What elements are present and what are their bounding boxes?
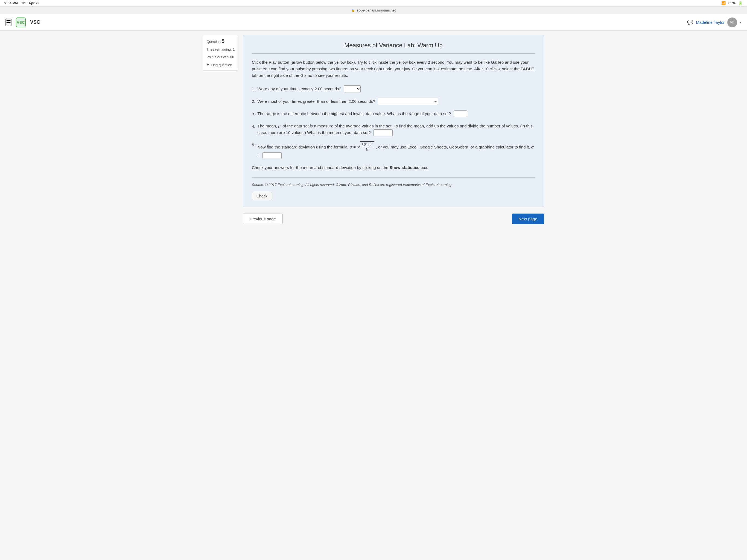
mu-symbol: μ — [278, 124, 280, 128]
sigma-symbol: σ — [350, 145, 352, 149]
q2-text: Were most of your times greater than or … — [258, 99, 376, 104]
battery-icon: 🔋 — [738, 1, 743, 5]
q-content-1: Were any of your times exactly 2.00 seco… — [258, 85, 535, 93]
question-label: Question 5 — [206, 39, 235, 44]
intro-text: Click the Play button (arrow button belo… — [252, 59, 535, 79]
main-layout: Question 5 Tries remaining: 1 Points out… — [199, 31, 548, 558]
flag-label: Flag question — [211, 63, 232, 67]
status-bar: 9:04 PM Thu Apr 23 📶 65% 🔋 — [0, 0, 747, 6]
q2-select[interactable]: Greater than Less than — [378, 98, 438, 105]
list-item: 1. Were any of your times exactly 2.00 s… — [252, 85, 535, 93]
user-name-header: Madeline Taylor — [696, 20, 725, 25]
formula-sqrt: √ Σ(x−μ)² N — [357, 142, 374, 152]
q-number-1: 1. — [252, 85, 255, 92]
lock-icon: 🔒 — [351, 8, 355, 12]
points-label: Points out of 5.00 — [206, 55, 235, 59]
q-content-5: Now find the standard deviation using th… — [258, 142, 535, 159]
list-item: 5. Now find the standard deviation using… — [252, 142, 535, 159]
status-time: 9:04 PM — [4, 1, 18, 5]
list-item: 3. The range is the difference between t… — [252, 110, 535, 117]
sidebar: Question 5 Tries remaining: 1 Points out… — [203, 35, 238, 554]
sigma-symbol-2: σ — [531, 145, 534, 149]
q-number-3: 3. — [252, 110, 255, 117]
browser-url: scde-genius.mrooms.net — [357, 8, 396, 12]
battery-level: 65% — [728, 1, 736, 5]
q-number-4: 4. — [252, 123, 255, 130]
q3-text: The range is the difference between the … — [258, 111, 451, 116]
q-content-2: Were most of your times greater than or … — [258, 98, 535, 105]
question-number: 5 — [222, 39, 225, 44]
q-number-5: 5. — [252, 142, 255, 148]
content-area: Measures of Variance Lab: Warm Up Click … — [243, 35, 544, 554]
list-item: 2. Were most of your times greater than … — [252, 98, 535, 105]
closing-text: Check your answers for the mean and stan… — [252, 164, 535, 171]
source-text: Source: © 2017 ExploreLearning. All righ… — [252, 182, 535, 187]
app-logo: VSC — [16, 18, 26, 27]
check-button[interactable]: Check — [252, 192, 272, 200]
question-box: Question 5 Tries remaining: 1 Points out… — [203, 35, 238, 71]
avatar: MT — [727, 18, 737, 27]
app-header: ☰ VSC VSC 💬 Madeline Taylor MT ▾ — [0, 14, 747, 31]
table-keyword: TABLE — [521, 67, 534, 71]
q1-select[interactable]: Yes No — [344, 85, 361, 93]
flag-icon: ⚑ — [206, 63, 210, 67]
q1-text: Were any of your times exactly 2.00 seco… — [258, 86, 341, 91]
previous-page-button[interactable]: Previous page — [243, 213, 283, 224]
q-number-2: 2. — [252, 98, 255, 105]
browser-chrome: 🔒 scde-genius.mrooms.net — [0, 6, 747, 14]
q5-input[interactable] — [262, 152, 282, 159]
flag-question-button[interactable]: ⚑ Flag question — [206, 63, 232, 67]
list-item: 4. The mean, μ, of the data set is a mea… — [252, 123, 535, 136]
fraction: Σ(x−μ)² N — [361, 142, 373, 152]
nav-buttons: Previous page Next page — [243, 207, 544, 229]
q4-input[interactable] — [374, 129, 393, 136]
show-statistics-keyword: Show statistics — [390, 165, 419, 170]
title-divider — [252, 53, 535, 54]
q-content-4: The mean, μ, of the data set is a measur… — [258, 123, 535, 136]
status-day: Thu Apr 23 — [21, 1, 40, 5]
q-content-3: The range is the difference between the … — [258, 110, 535, 117]
chevron-down-icon: ▾ — [740, 21, 742, 24]
questions-list: 1. Were any of your times exactly 2.00 s… — [252, 85, 535, 159]
quiz-title: Measures of Variance Lab: Warm Up — [252, 42, 535, 49]
app-name: VSC — [30, 19, 40, 25]
quiz-card: Measures of Variance Lab: Warm Up Click … — [243, 35, 544, 207]
hamburger-menu[interactable]: ☰ — [5, 19, 11, 26]
q3-input[interactable] — [454, 110, 467, 117]
next-page-button[interactable]: Next page — [512, 213, 544, 224]
tries-remaining: Tries remaining: 1 — [206, 47, 235, 52]
footer-divider — [252, 177, 535, 178]
chat-icon: 💬 — [687, 19, 693, 25]
wifi-icon: 📶 — [721, 1, 726, 5]
